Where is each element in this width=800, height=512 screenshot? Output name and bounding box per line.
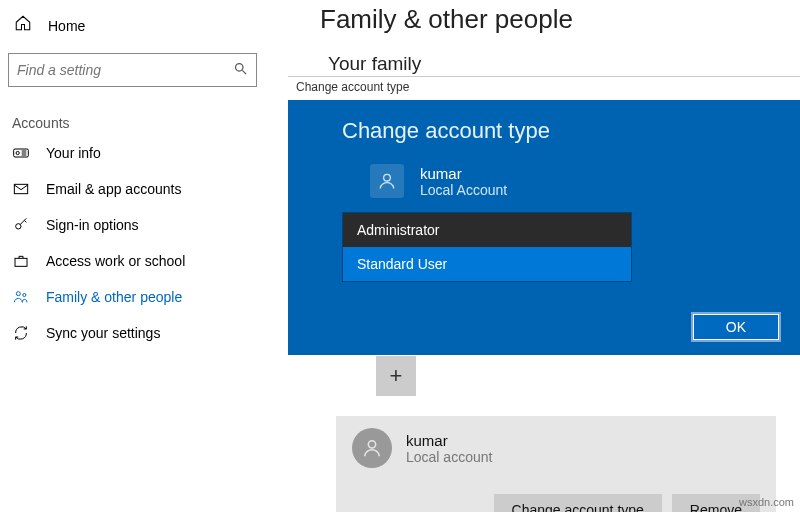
home-nav[interactable]: Home xyxy=(4,8,265,47)
dialog-avatar xyxy=(370,164,404,198)
home-label: Home xyxy=(48,18,85,34)
sidebar-item-email[interactable]: Email & app accounts xyxy=(4,171,265,207)
dialog-user-name: kumar xyxy=(420,165,507,182)
svg-line-1 xyxy=(242,70,246,74)
search-input-wrapper[interactable] xyxy=(8,53,257,87)
ok-button[interactable]: OK xyxy=(692,313,780,341)
plus-icon: + xyxy=(390,363,403,389)
section-your-family: Your family xyxy=(328,53,800,75)
sidebar-item-work[interactable]: Access work or school xyxy=(4,243,265,279)
change-account-type-dialog: Change account type kumar Local Account … xyxy=(288,100,800,355)
svg-point-10 xyxy=(16,292,20,296)
user-name: kumar xyxy=(406,432,492,449)
account-type-dropdown[interactable]: Administrator Standard User xyxy=(342,212,632,282)
avatar xyxy=(352,428,392,468)
svg-point-8 xyxy=(16,224,21,229)
key-icon xyxy=(12,217,30,233)
svg-point-12 xyxy=(368,441,375,448)
mail-icon xyxy=(12,181,30,197)
search-input[interactable] xyxy=(17,62,233,78)
page-title: Family & other people xyxy=(320,4,800,35)
watermark: wsxdn.com xyxy=(739,496,794,508)
user-card: kumar Local account Change account type … xyxy=(336,416,776,512)
svg-point-13 xyxy=(384,174,391,181)
change-account-type-button[interactable]: Change account type xyxy=(494,494,662,512)
svg-point-0 xyxy=(236,64,244,72)
account-type-option-standard[interactable]: Standard User xyxy=(343,247,631,281)
sidebar-item-label: Sync your settings xyxy=(46,325,160,341)
sidebar-item-label: Access work or school xyxy=(46,253,185,269)
main-panel: Family & other people Your family xyxy=(320,0,800,81)
dialog-user-sub: Local Account xyxy=(420,182,507,198)
sidebar-section-label: Accounts xyxy=(4,87,265,135)
sidebar-item-label: Email & app accounts xyxy=(46,181,181,197)
svg-rect-7 xyxy=(14,184,27,193)
home-icon xyxy=(14,14,34,37)
sidebar-item-label: Sign-in options xyxy=(46,217,139,233)
sidebar-item-label: Family & other people xyxy=(46,289,182,305)
add-tile[interactable]: + xyxy=(376,356,416,396)
sync-icon xyxy=(12,325,30,341)
sidebar-item-sync[interactable]: Sync your settings xyxy=(4,315,265,351)
sidebar-item-your-info[interactable]: Your info xyxy=(4,135,265,171)
svg-point-3 xyxy=(16,151,19,154)
dialog-heading: Change account type xyxy=(342,118,800,144)
svg-point-11 xyxy=(23,293,26,296)
svg-rect-9 xyxy=(15,258,27,266)
account-type-option-admin[interactable]: Administrator xyxy=(343,213,631,247)
settings-sidebar: Home Accounts Your info Email & app acco… xyxy=(0,0,265,512)
sidebar-item-label: Your info xyxy=(46,145,101,161)
search-icon xyxy=(233,61,248,79)
family-icon xyxy=(12,289,30,305)
user-sub: Local account xyxy=(406,449,492,465)
dialog-titlebar: Change account type xyxy=(288,76,800,100)
sidebar-item-family[interactable]: Family & other people xyxy=(4,279,265,315)
briefcase-icon xyxy=(12,253,30,269)
person-icon xyxy=(12,145,30,161)
sidebar-item-signin[interactable]: Sign-in options xyxy=(4,207,265,243)
